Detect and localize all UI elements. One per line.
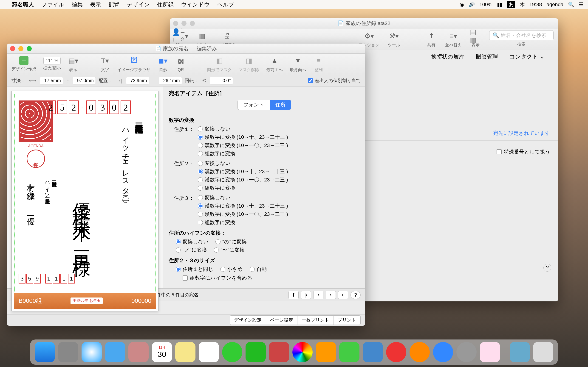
dock-calendar[interactable]: 12月30 [152,342,172,362]
menu-design[interactable]: デザイン [127,1,150,8]
volume-icon[interactable]: 🔊 [468,2,475,8]
addr-line2[interactable]: ハイツチェレスタ二〇一 [121,123,131,298]
share-button[interactable]: ⬆ [288,291,299,299]
s-opt1[interactable]: 小さめ [220,266,243,273]
r3-opt3[interactable]: 組数字に変換 [198,219,360,226]
menu-view[interactable]: 表示 [90,1,101,8]
x-input[interactable]: 73.9mm [126,77,149,84]
inspector-seg[interactable]: フォント 住所 [237,100,291,110]
h-opt3[interactable]: "〜"に変換 [214,247,245,253]
tab-contact[interactable]: コンタクト ⌄ [510,53,544,60]
ab-titlebar[interactable]: 📄 家族の住所録.ata22 [170,18,558,28]
dock-contacts[interactable] [128,342,149,362]
dock-numbers[interactable] [339,342,359,362]
ab-view-button[interactable]: ▤ ▥表示 [470,30,481,48]
dock-photobooth[interactable] [269,342,289,362]
r2-opt1[interactable]: 漢数字に変換 (10→十、23→二十三 ) [198,168,360,175]
r3-opt2[interactable]: 漢数字に変換 (10→一〇、23→二三 ) [198,211,360,218]
individual-sender-chk[interactable]: 差出人の個別割り当て [308,77,361,84]
r1-opt0[interactable]: 変換しない [198,125,360,132]
width-input[interactable]: 17.5mm [40,77,63,84]
dock-appstore[interactable] [433,342,453,362]
r1-opt1[interactable]: 漢数字に変換 (10→十、23→二十三 ) [198,134,360,141]
align-button[interactable]: ≡整列 [313,55,324,73]
help-button[interactable]: ? [351,291,361,299]
dock-facetime[interactable] [246,342,266,362]
seg-font[interactable]: フォント [238,100,270,110]
shape-button[interactable]: ◼▾図形 [157,55,168,73]
sender-addr2[interactable]: ハイツ北上尾二〇一号 [44,178,51,270]
dock-reminders[interactable] [199,342,219,362]
r2-opt3[interactable]: 組数字に変換 [198,185,360,192]
create-button[interactable]: ＋デザイン作成 [11,56,36,72]
rotate-icon[interactable]: ⟲ [201,78,207,84]
h-opt0[interactable]: 変換しない [176,238,208,245]
nav-last[interactable]: ›| [338,291,348,299]
dock-pages[interactable] [316,342,336,362]
wifi-icon[interactable]: ◉ [460,2,464,8]
ab-sort-button[interactable]: ≡▾並べ替え [445,30,462,48]
nav-next[interactable]: › [326,291,336,299]
view-button[interactable]: ▤▾表示 [68,55,79,73]
menu-arrange[interactable]: 配置 [108,1,120,8]
dock-downloads[interactable] [510,342,530,362]
dock-preferences[interactable] [456,342,477,362]
notification-icon[interactable]: ☰ [579,2,583,8]
dock-keynote[interactable] [363,342,383,362]
y-input[interactable]: 26.1mm [159,77,182,84]
menu-addressbook[interactable]: 住所録 [157,1,174,8]
ab-tool-button[interactable]: ⚒▾ツール [388,30,400,48]
ab-share-button[interactable]: ⬆共有 [426,30,437,48]
btab-page[interactable]: ページ設定 [266,316,297,325]
sender-addr1[interactable]: 埼玉県所沢市緑町九ー十九 [51,178,58,270]
s-opt0[interactable]: 住所１と同じ [176,266,213,273]
btab-design[interactable]: デザイン設定 [230,316,266,325]
dock-trash[interactable] [533,342,553,362]
menu-help[interactable]: ヘルプ [217,1,234,8]
dock-photos[interactable] [292,342,313,362]
preview-canvas[interactable]: AGENDA年賀 252 - 0302 神奈川県相模原市南区二条三ー九 ハイツチ… [7,86,163,288]
spotlight-icon[interactable]: 🔍 [568,2,574,8]
help-icon[interactable]: ? [544,264,551,272]
recipient-zip[interactable]: 252 - 0302 [46,100,131,114]
tab-history[interactable]: 挨拶状の履歴 [431,53,464,60]
tab-gift[interactable]: 贈答管理 [476,53,498,60]
postcard[interactable]: AGENDA年賀 252 - 0302 神奈川県相模原市南区二条三ー九 ハイツチ… [11,91,158,311]
dock-ibooks[interactable] [409,342,430,362]
menu-edit[interactable]: 編集 [72,1,83,8]
window-controls[interactable] [10,46,32,51]
height-input[interactable]: 97.0mm [73,77,96,84]
btab-single[interactable]: 一枚プリント [297,316,334,325]
r3-opt1[interactable]: 漢数字に変換 (10→十、23→二十三 ) [198,202,360,209]
back-button[interactable]: ▼最背面へ [290,55,306,73]
dock-messages[interactable] [222,342,242,362]
nav-prev[interactable]: ‹ [313,291,323,299]
text-button[interactable]: T▾文字 [99,55,111,73]
app-menu[interactable]: 宛名職人 [12,1,34,8]
dock-itunes[interactable] [386,342,406,362]
dock-launchpad[interactable] [58,342,78,362]
r2-opt0[interactable]: 変換しない [198,160,360,167]
kumi-hyphen-chk[interactable]: 組数字にハイフンを含める [169,275,360,282]
unmask-button[interactable]: ◨マスク解除 [239,55,259,73]
sender-name[interactable]: 村上 沙織 優一 [26,178,36,270]
ime-indicator[interactable]: あ [507,1,515,8]
mask-button[interactable]: ◧図形でマスク [207,55,232,73]
dock-notes[interactable] [175,342,195,362]
seg-address[interactable]: 住所 [270,100,291,110]
menu-file[interactable]: ファイル [41,1,64,8]
front-button[interactable]: ▲最前面へ [266,55,283,73]
sender-zip[interactable]: 359 - 1111 [19,274,75,284]
qr-button[interactable]: ▩QR [175,56,186,72]
dock-finder[interactable] [35,342,55,362]
special-zip-chk[interactable]: 特殊番号として扱う [497,148,550,155]
nav-first[interactable]: |‹ [301,291,311,299]
s-opt2[interactable]: 自動 [250,266,267,273]
zoom-control[interactable]: 111 %拡大/縮小 [43,57,61,71]
r3-opt0[interactable]: 変換しない [198,194,360,201]
r2-opt2[interactable]: 漢数字に変換 (10→一〇、23→二三 ) [198,176,360,183]
dock-mail[interactable] [105,342,125,362]
dock-safari[interactable] [82,342,102,362]
ed-titlebar[interactable]: 📄 家族の宛名 — 編集済み [7,44,365,54]
user-name[interactable]: agenda [547,2,563,8]
